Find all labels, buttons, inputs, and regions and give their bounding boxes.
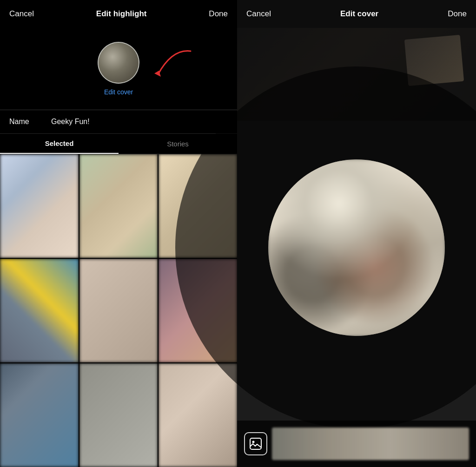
right-done-button[interactable]: Done [448,9,467,19]
edit-cover-button[interactable]: Edit cover [104,88,133,96]
left-header: Cancel Edit highlight Done [0,0,237,28]
svg-rect-1 [250,438,261,449]
tab-stories[interactable]: Stories [119,134,237,153]
story-cell-2[interactable] [79,154,158,258]
cover-thumbnail-image [99,43,139,83]
arrow-annotation [144,46,200,86]
story-image-4 [0,259,79,362]
cover-section: Edit cover [0,28,237,110]
story-cell-3[interactable] [159,154,237,258]
story-image-3 [159,154,237,258]
stories-grid-inner [0,154,237,467]
story-image-7 [0,363,79,467]
arrow-icon [144,46,200,84]
right-main [237,28,476,467]
right-header: Cancel Edit cover Done [237,0,476,28]
right-cancel-button[interactable]: Cancel [246,9,271,19]
stories-grid [0,154,237,467]
story-image-6 [159,259,237,362]
left-panel: Cancel Edit highlight Done Edit cover Na… [0,0,237,467]
story-cell-4[interactable] [0,259,79,362]
story-image-5 [79,259,158,362]
right-panel: Cancel Edit cover Done [237,0,476,467]
tabs-row: Selected Stories [0,134,237,154]
left-header-title: Edit highlight [96,9,147,19]
story-cell-7[interactable] [0,363,79,467]
story-cell-8[interactable] [79,363,158,467]
name-field-value[interactable]: Geeky Fun! [51,118,90,126]
photo-library-icon [249,437,262,450]
story-cell-5[interactable] [79,259,158,362]
story-cell-6[interactable] [159,259,237,362]
right-header-title: Edit cover [340,9,378,19]
left-cancel-button[interactable]: Cancel [9,9,34,19]
bottom-bar [237,421,476,467]
story-cell-1[interactable] [0,154,79,258]
story-image-8 [79,363,158,467]
thumbnail-strip[interactable] [272,428,469,460]
photo-library-button[interactable] [244,432,267,455]
story-image-1 [0,154,79,258]
cover-large-circle[interactable] [268,159,445,336]
left-done-button[interactable]: Done [209,9,228,19]
story-image-9 [159,363,237,467]
circle-content-layer [268,159,445,336]
name-field-label: Name [9,118,51,126]
tab-selected[interactable]: Selected [0,134,119,154]
circle-mask-container [237,28,476,467]
story-image-2 [79,154,158,258]
svg-point-2 [252,441,255,443]
cover-thumbnail[interactable] [98,42,139,84]
story-cell-9[interactable] [159,363,237,467]
name-row: Name Geeky Fun! [0,110,237,134]
